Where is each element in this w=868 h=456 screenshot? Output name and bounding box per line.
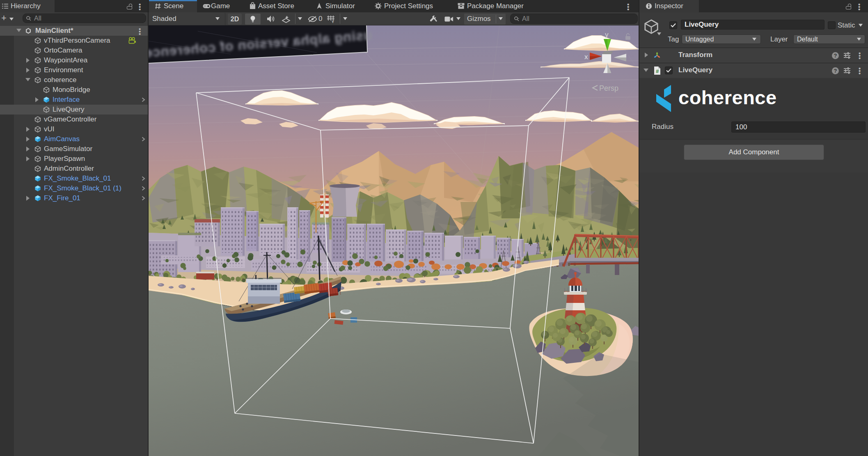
svg-text:#: # <box>656 68 659 74</box>
svg-text:Persp: Persp <box>599 84 618 92</box>
svg-text:Y: Y <box>332 20 334 23</box>
svg-text:y: y <box>605 31 609 39</box>
svg-text:x: x <box>584 53 588 61</box>
